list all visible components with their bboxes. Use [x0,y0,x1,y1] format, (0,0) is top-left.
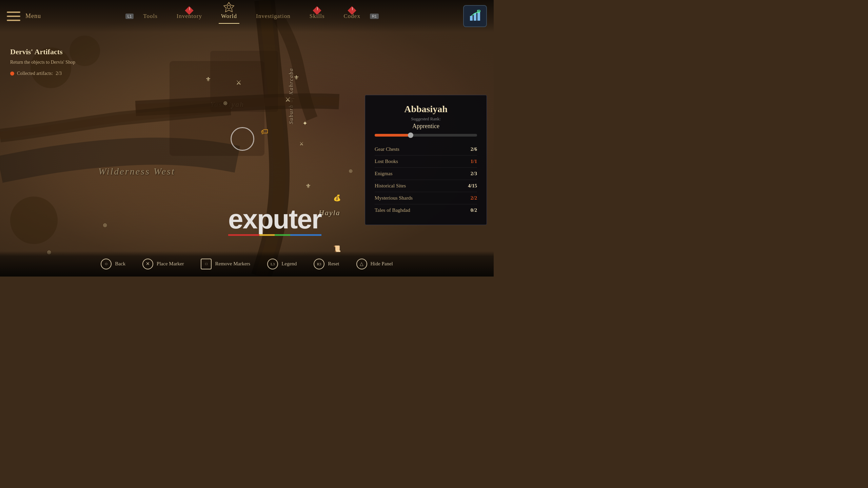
stats-icon [469,10,481,23]
stat-name-historical-sites: Historical Sites [375,183,406,189]
quest-panel: Dervis' Artifacts Return the objects to … [10,47,75,76]
nav-center: L1 Tools Inventory World Investigation [125,10,379,22]
progress-dot-icon [10,72,14,76]
reset-label: Reset [328,261,339,267]
stats-list: Gear Chests 2/6 Lost Books 1/1 Enigmas 2… [375,143,477,216]
stat-row-gear-chests: Gear Chests 2/6 [375,143,477,156]
stat-row-lost-books: Lost Books 1/1 [375,156,477,168]
stat-row-mysterious-shards: Mysterious Shards 2/2 [375,192,477,204]
map-cursor [231,127,254,151]
action-place-marker[interactable]: ✕ Place Marker [142,259,184,269]
map-icon-9: ⚜ [303,181,313,191]
place-marker-button[interactable]: ✕ [142,259,153,269]
hide-panel-button[interactable]: △ [356,259,367,269]
map-icon-8: ⚔ [297,139,306,148]
map-icon-11: ◎ [346,166,355,176]
stat-name-enigmas: Enigmas [375,171,393,177]
stat-value-lost-books: 1/1 [471,159,477,164]
skills-badge-icon [313,6,321,15]
progress-value: 2/3 [56,71,62,76]
svg-rect-8 [477,12,480,21]
stat-value-tales-baghdad: 0/2 [471,207,477,213]
inventory-badge-icon [185,6,194,15]
rank-value: Apprentice [375,123,477,130]
nav-left: Menu [7,12,41,21]
map-icon-1: ⚜ [203,75,213,84]
back-label: Back [115,261,125,267]
bottom-action-bar: ○ Back ✕ Place Marker □ Remove Markers L… [0,251,494,277]
stat-row-tales-baghdad: Tales of Baghdad 0/2 [375,204,477,216]
action-back[interactable]: ○ Back [101,259,125,269]
codex-badge-icon [348,6,356,15]
r1-badge[interactable]: R1 [370,14,379,19]
map-icon-13: ◎ [100,220,110,230]
remove-markers-label: Remove Markers [215,261,250,267]
map-icon-5: ⚜ [292,73,301,82]
map-icon-quest: 🏷 [260,127,269,137]
stat-name-lost-books: Lost Books [375,159,398,164]
quest-progress: Collected artifacts: 2/3 [10,71,75,76]
legend-button[interactable]: L3 [267,259,278,269]
quest-title: Dervis' Artifacts [10,47,75,56]
svg-rect-7 [474,13,476,21]
action-remove-markers[interactable]: □ Remove Markers [201,259,250,269]
rank-bar-fill [375,134,411,137]
menu-icon [7,12,20,21]
quest-description: Return the objects to Dervis' Shop [10,59,75,66]
stat-row-historical-sites: Historical Sites 4/15 [375,180,477,192]
svg-rect-6 [470,16,473,21]
menu-label[interactable]: Menu [25,13,41,20]
rank-bar-marker [408,133,413,138]
nav-item-tools[interactable]: Tools [134,10,167,22]
map-icon-7: ✦ [300,119,310,128]
top-navigation: Menu L1 Tools Inventory World Investigat… [0,0,494,32]
nav-item-inventory[interactable]: Inventory [167,10,212,22]
map-icon-12: ◎ [220,98,230,108]
world-logo-icon [220,2,237,14]
stat-value-gear-chests: 2/6 [471,146,477,152]
nav-item-skills[interactable]: Skills [300,10,334,22]
nav-item-investigation[interactable]: Investigation [246,10,300,22]
nav-label-investigation: Investigation [256,13,291,20]
stat-value-mysterious-shards: 2/2 [471,195,477,201]
map-icon-2: ⚔ [234,78,243,87]
svg-point-5 [227,5,231,9]
nav-label-tools: Tools [143,13,158,20]
back-button[interactable]: ○ [101,259,112,269]
action-reset[interactable]: R3 Reset [314,259,339,269]
stat-name-tales-baghdad: Tales of Baghdad [375,207,410,213]
stat-value-historical-sites: 4/15 [468,183,477,189]
action-legend[interactable]: L3 Legend [267,259,297,269]
suggested-rank-label: Suggested Rank: [375,116,477,122]
rank-bar [375,134,477,137]
stat-name-mysterious-shards: Mysterious Shards [375,195,413,201]
area-name: Abbasiyah [375,104,477,115]
hide-panel-label: Hide Panel [371,261,393,267]
stat-name-gear-chests: Gear Chests [375,146,399,152]
map-icon-6: ⚔ [283,95,293,104]
reset-button[interactable]: R3 [314,259,324,269]
l1-badge[interactable]: L1 [125,14,134,19]
nav-item-codex[interactable]: Codex [334,10,370,22]
remove-markers-button[interactable]: □ [201,259,212,269]
stat-row-enigmas: Enigmas 2/3 [375,168,477,180]
nav-item-world[interactable]: World [212,10,246,22]
place-marker-label: Place Marker [157,261,184,267]
progress-label: Collected artifacts: [17,71,53,76]
action-hide-panel[interactable]: △ Hide Panel [356,259,393,269]
nav-right [463,5,487,27]
area-panel: Abbasiyah Suggested Rank: Apprentice Gea… [365,95,487,225]
stat-value-enigmas: 2/3 [471,171,477,177]
stats-button[interactable] [463,5,487,27]
legend-label: Legend [281,261,297,267]
map-icon-10: 💰 [332,193,342,203]
